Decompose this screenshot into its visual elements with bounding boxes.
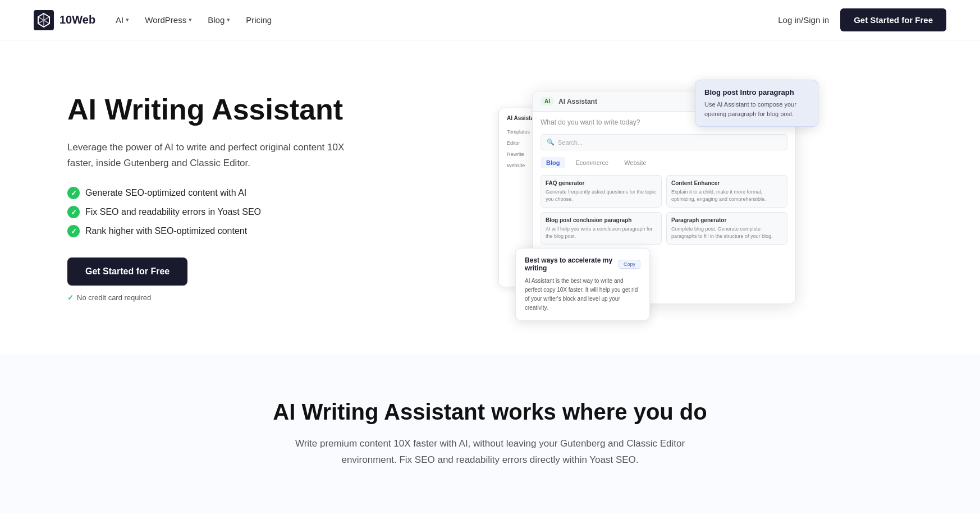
no-cc-check-icon: ✓ (67, 293, 74, 302)
no-credit-card-note: ✓ No credit card required (67, 293, 348, 302)
float-card-title: Blog post Intro paragraph (704, 88, 809, 96)
float-card-desc: Use AI Assistant to compose your opening… (704, 100, 809, 118)
card-1-title: FAQ generator (546, 180, 657, 186)
hero-description: Leverage the power of AI to write and pe… (67, 140, 348, 171)
nav-right: Log in/Sign in Get Started for Free (778, 8, 946, 31)
card-2-title: Content Enhancer (671, 180, 782, 186)
mockup-card-2: Content Enhancer Explain it to a child, … (666, 175, 787, 208)
mockup-container: AI Assistant Templates Editor Rewrite We… (498, 91, 796, 304)
navbar: 10Web AI ▾ WordPress ▾ Blog ▾ Pricing Lo… (0, 0, 980, 40)
mockup-card-4: Paragraph generator Complete blog post. … (666, 212, 787, 245)
feature-item-1: Generate SEO-optimized content with AI (67, 187, 348, 199)
mockup-float-card: Blog post Intro paragraph Use AI Assista… (695, 80, 818, 127)
feature-item-3: Rank higher with SEO-optimized content (67, 225, 348, 237)
hero-title: AI Writing Assistant (67, 93, 348, 127)
ai-badge: AI (541, 97, 554, 105)
copy-button[interactable]: Copy (619, 260, 640, 269)
check-icon-1 (67, 187, 80, 199)
card-3-title: Blog post conclusion paragraph (546, 217, 657, 223)
nav-item-ai[interactable]: AI ▾ (116, 15, 129, 25)
nav-item-blog[interactable]: Blog ▾ (208, 15, 230, 25)
writing-card-title: Best ways to accelerate my writing (525, 256, 619, 272)
login-link[interactable]: Log in/Sign in (778, 15, 829, 25)
mockup-search-bar[interactable]: 🔍 Search... (541, 134, 787, 150)
feature-label-3: Rank higher with SEO-optimized content (85, 226, 247, 236)
tab-ecommerce[interactable]: Ecommerce (570, 157, 614, 168)
logo-icon (34, 10, 54, 30)
check-icon-3 (67, 225, 80, 237)
hero-section: AI Writing Assistant Leverage the power … (0, 40, 980, 355)
bottom-description: Write premium content 10X faster with AI… (271, 436, 709, 468)
writing-card-header: Best ways to accelerate my writing Copy (525, 256, 640, 272)
writing-card-body: AI Assistant is the best way to write an… (525, 277, 640, 312)
tab-blog[interactable]: Blog (541, 157, 565, 168)
hero-features-list: Generate SEO-optimized content with AI F… (67, 187, 348, 237)
chevron-down-icon: ▾ (227, 16, 230, 24)
hero-left: AI Writing Assistant Leverage the power … (67, 93, 348, 302)
nav-left: 10Web AI ▾ WordPress ▾ Blog ▾ Pricing (34, 10, 272, 30)
bottom-section: AI Writing Assistant works where you do … (0, 355, 980, 513)
chevron-down-icon: ▾ (126, 16, 129, 24)
card-4-title: Paragraph generator (671, 217, 782, 223)
feature-label-1: Generate SEO-optimized content with AI (85, 188, 246, 198)
brand-name: 10Web (59, 13, 95, 26)
card-1-desc: Generate frequently asked questions for … (546, 188, 657, 203)
mockup-search-placeholder: Search... (558, 139, 583, 146)
mockup-card-3: Blog post conclusion paragraph AI will h… (541, 212, 662, 245)
mockup-main-body: What do you want to write today? 🔍 Searc… (533, 112, 795, 251)
nav-item-wordpress[interactable]: WordPress ▾ (145, 15, 192, 25)
hero-cta-button[interactable]: Get Started for Free (67, 258, 187, 286)
card-4-desc: Complete blog post. Generate complete pa… (671, 226, 782, 240)
mockup-cards-grid: FAQ generator Generate frequently asked … (541, 175, 787, 245)
check-icon-2 (67, 206, 80, 218)
nav-cta-button[interactable]: Get Started for Free (840, 8, 946, 31)
card-2-desc: Explain it to a child, make it more form… (671, 188, 782, 203)
card-3-desc: AI will help you write a conclusion para… (546, 226, 657, 240)
mockup-tabs: Blog Ecommerce Website (541, 157, 787, 168)
nav-item-pricing[interactable]: Pricing (246, 15, 272, 25)
bottom-title: AI Writing Assistant works where you do (67, 399, 913, 425)
search-icon: 🔍 (547, 139, 555, 146)
chevron-down-icon: ▾ (189, 16, 192, 24)
hero-right: AI Assistant Templates Editor Rewrite We… (382, 85, 913, 310)
tab-website[interactable]: Website (619, 157, 652, 168)
nav-links: AI ▾ WordPress ▾ Blog ▾ Pricing (116, 15, 272, 25)
feature-label-2: Fix SEO and readability errors in Yoast … (85, 207, 261, 217)
mockup-card-1: FAQ generator Generate frequently asked … (541, 175, 662, 208)
mockup-writing-card: Best ways to accelerate my writing Copy … (515, 248, 650, 321)
mockup-panel-title: AI Assistant (558, 98, 597, 105)
feature-item-2: Fix SEO and readability errors in Yoast … (67, 206, 348, 218)
logo[interactable]: 10Web (34, 10, 95, 30)
